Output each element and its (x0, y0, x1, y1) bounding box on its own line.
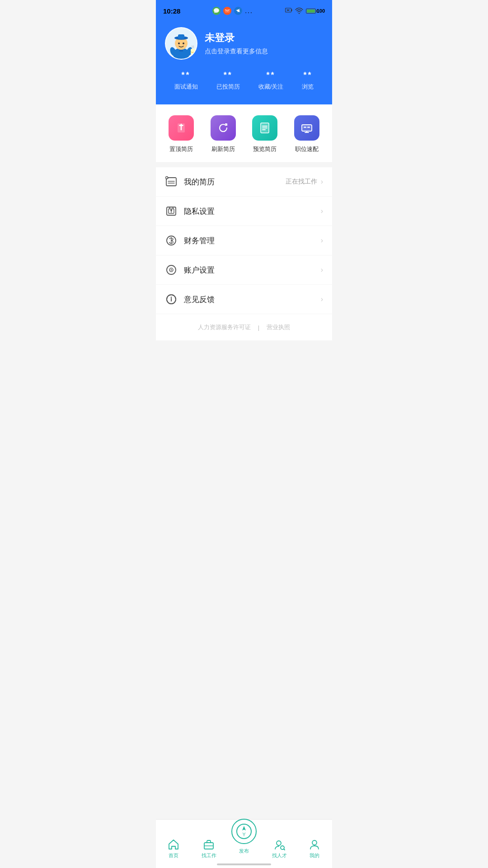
account-text: 账户设置 (184, 265, 321, 275)
menu-my-resume[interactable]: 我的简历 正在找工作 › (156, 167, 332, 197)
svg-point-45 (171, 269, 172, 271)
finance-text: 财务管理 (184, 236, 321, 246)
stats-row: ** 面试通知 ** 已投简历 ** 收藏/关注 ** 浏览 (165, 71, 323, 91)
svg-rect-29 (304, 127, 306, 128)
svg-point-14 (178, 42, 180, 44)
status-time: 10:28 (163, 7, 180, 15)
job-match-icon (294, 115, 319, 141)
document-icon (258, 122, 271, 134)
action-refresh-resume[interactable]: 刷新简历 (211, 115, 236, 153)
bottom-spacer (156, 340, 332, 386)
feedback-icon (165, 293, 178, 306)
refresh-resume-label: 刷新简历 (211, 145, 235, 153)
favorites-label: 收藏/关注 (258, 83, 284, 91)
wifi-icon (295, 8, 303, 14)
menu-list: 我的简历 正在找工作 › 隐私设置 › 财务管理 › (156, 167, 332, 314)
svg-rect-2 (225, 9, 230, 13)
browse-count: ** (303, 71, 312, 80)
finance-chevron: › (321, 236, 323, 245)
business-license-link[interactable]: 营业执照 (267, 323, 290, 331)
status-bar: 10:28 ... 1 (156, 0, 332, 20)
account-chevron: › (321, 266, 323, 274)
applied-label: 已投简历 (216, 83, 240, 91)
svg-point-36 (166, 177, 168, 179)
more-apps-dots: ... (245, 7, 253, 14)
applied-count: ** (224, 71, 233, 80)
svg-rect-30 (307, 127, 310, 128)
header-section: 未登录 点击登录查看更多信息 ** 面试通知 ** 已投简历 ** 收藏/关注 … (156, 20, 332, 104)
quick-actions-section: 置顶简历 刷新简历 预览简历 (156, 104, 332, 163)
preview-resume-label: 预览简历 (253, 145, 277, 153)
action-preview-resume[interactable]: 预览简历 (252, 115, 277, 153)
svg-rect-18 (191, 49, 195, 54)
profile-info: 未登录 点击登录查看更多信息 (205, 31, 268, 56)
menu-account[interactable]: 账户设置 › (156, 255, 332, 285)
menu-feedback[interactable]: 意见反馈 › (156, 285, 332, 314)
my-resume-icon (165, 175, 178, 188)
preview-resume-icon (252, 115, 277, 141)
finance-icon (165, 234, 178, 247)
stat-browse[interactable]: ** 浏览 (302, 71, 314, 91)
avatar-image (166, 28, 197, 59)
my-resume-chevron: › (321, 178, 323, 186)
battery-icon: 100 (306, 8, 325, 14)
svg-rect-13 (178, 34, 184, 39)
action-pin-resume[interactable]: 置顶简历 (169, 115, 194, 153)
menu-finance[interactable]: 财务管理 › (156, 226, 332, 255)
privacy-icon (165, 205, 178, 217)
svg-point-49 (171, 297, 172, 298)
status-right-icons: 100 (285, 8, 325, 14)
action-job-match[interactable]: 职位速配 (294, 115, 319, 153)
svg-point-7 (298, 13, 299, 14)
profile-name: 未登录 (205, 31, 268, 45)
telegram-icon (234, 7, 242, 15)
stat-favorites[interactable]: ** 收藏/关注 (258, 71, 284, 91)
hr-license-link[interactable]: 人力资源服务许可证 (198, 323, 251, 331)
profile-subtitle: 点击登录查看更多信息 (205, 47, 268, 56)
footer-links: 人力资源服务许可证 | 营业执照 (156, 314, 332, 340)
job-match-label: 职位速配 (295, 145, 319, 153)
profile-section[interactable]: 未登录 点击登录查看更多信息 (165, 27, 323, 60)
battery-x-icon (285, 8, 292, 14)
feedback-chevron: › (321, 295, 323, 303)
interview-label: 面试通知 (174, 83, 198, 91)
browse-label: 浏览 (302, 83, 314, 91)
notification-icons: ... (212, 7, 253, 15)
interview-count: ** (182, 71, 191, 80)
stat-interview[interactable]: ** 面试通知 (174, 71, 198, 91)
svg-point-15 (183, 42, 184, 44)
privacy-text: 隐私设置 (184, 206, 321, 217)
my-resume-meta: 正在找工作 (286, 178, 317, 186)
mail-icon (223, 7, 231, 15)
svg-rect-4 (291, 9, 292, 11)
svg-rect-28 (302, 125, 312, 131)
my-resume-text: 我的简历 (184, 177, 286, 187)
wechat-icon (212, 7, 221, 15)
svg-rect-33 (166, 178, 176, 186)
footer-divider: | (258, 324, 259, 331)
pin-icon (175, 122, 188, 134)
favorites-count: ** (267, 71, 276, 80)
stat-applied[interactable]: ** 已投简历 (216, 71, 240, 91)
pin-resume-icon (169, 115, 194, 141)
privacy-chevron: › (321, 207, 323, 215)
menu-privacy[interactable]: 隐私设置 › (156, 197, 332, 226)
avatar (165, 27, 197, 60)
refresh-resume-icon (211, 115, 236, 141)
account-icon (165, 264, 178, 276)
feedback-text: 意见反馈 (184, 294, 321, 305)
refresh-icon (217, 122, 230, 134)
match-icon (300, 122, 313, 134)
pin-resume-label: 置顶简历 (169, 145, 193, 153)
